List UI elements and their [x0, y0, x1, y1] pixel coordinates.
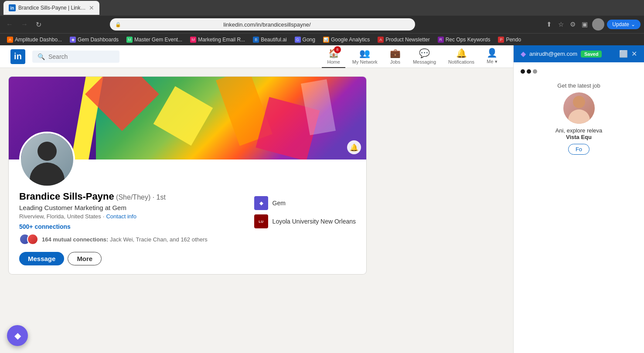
tab-close-button[interactable]: ✕	[89, 4, 94, 11]
browser-chrome: in Brandice Sills-Payne | LinkedIn ✕ ← →…	[0, 0, 644, 45]
update-button[interactable]: Update ⌄	[607, 20, 641, 29]
bookmark-gong[interactable]: G Gong	[291, 36, 319, 44]
search-icon: 🔍	[37, 53, 45, 60]
nav-network[interactable]: 👥 My Network	[347, 45, 383, 68]
gem-company-name: Vista Equ	[524, 134, 634, 140]
gem-panel-body: Get the latest job Ani, explore releva V…	[514, 62, 644, 353]
tab-bar: in Brandice Sills-Payne | LinkedIn ✕	[0, 0, 644, 16]
gem-widget-button[interactable]: ◆	[7, 325, 28, 346]
update-chevron: ⌄	[631, 21, 635, 27]
linkedin-header: in 🔍 🏠 8 Home 👥 My Network	[0, 45, 513, 68]
nav-me[interactable]: 👤 Me ▾	[481, 45, 503, 68]
bookmark-recops[interactable]: R Rec Ops Keywords	[434, 36, 494, 44]
dot-3	[533, 69, 537, 74]
gem-dashboards-label: Gem Dashboards	[78, 37, 119, 43]
product-label: Product Newsletter	[385, 37, 429, 43]
more-button[interactable]: More	[68, 252, 102, 265]
nav-messaging[interactable]: 💬 Messaging	[408, 45, 441, 68]
profile-content: 🔔	[0, 68, 513, 283]
amplitude-label: Amplitude Dashbo...	[15, 37, 62, 43]
avatar-image	[21, 133, 73, 186]
widget-diamond-icon: ◆	[14, 330, 21, 341]
nav-messaging-label: Messaging	[413, 59, 436, 64]
notifications-icon: 🔔	[456, 48, 467, 58]
analytics-label: Google Analytics	[331, 37, 370, 43]
network-icon: 👥	[359, 48, 370, 58]
company-gem: ◆ Gem	[254, 196, 356, 210]
pendo-label: Pendo	[506, 37, 521, 43]
cover-shape-1	[85, 77, 159, 131]
url-text: linkedin.com/in/brandicesillspayne/	[124, 21, 410, 28]
main-nav: 🏠 8 Home 👥 My Network 💼 Jobs 💬 Messaging	[322, 45, 503, 68]
contact-info-link[interactable]: Contact info	[106, 213, 136, 220]
avatar	[19, 132, 75, 187]
nav-home[interactable]: 🏠 8 Home	[322, 45, 345, 68]
gem-close-icon[interactable]: ✕	[631, 50, 637, 58]
bookmark-gem-dashboards[interactable]: ◆ Gem Dashboards	[66, 36, 122, 44]
profile-left-info: Brandice Sills-Payne (She/They) · 1st Le…	[19, 187, 254, 265]
bookmark-master[interactable]: M Master Gem Event...	[123, 36, 186, 44]
sidebar-button[interactable]: ▣	[580, 19, 589, 30]
profile-card: 🔔	[9, 77, 366, 274]
browser-actions: ⬆ ☆ ⚙ ▣ Update ⌄	[545, 18, 641, 31]
nav-jobs-label: Jobs	[390, 59, 400, 64]
nav-notifications[interactable]: 🔔 Notifications	[443, 45, 480, 68]
profile-headline: Leading Customer Marketing at Gem	[19, 204, 254, 211]
screenshot-button[interactable]: ⬆	[545, 19, 554, 30]
gem-dots-indicator	[521, 69, 637, 74]
browser-profile[interactable]	[592, 18, 604, 31]
star-button[interactable]: ☆	[556, 19, 566, 30]
nav-jobs[interactable]: 💼 Jobs	[385, 45, 406, 68]
back-button[interactable]: ←	[3, 19, 16, 30]
beautiful-label: Beautiful.ai	[261, 37, 286, 43]
master-favicon: M	[126, 37, 133, 43]
browser-controls: ← → ↻ 🔒 linkedin.com/in/brandicesillspay…	[0, 16, 644, 33]
messaging-icon: 💬	[419, 48, 430, 58]
gem-company-name: Gem	[273, 200, 286, 207]
nav-network-label: My Network	[352, 59, 378, 64]
gem-panel-header: ◆ anirudh@gem.com Saved ⬜ ✕	[514, 45, 644, 62]
address-bar[interactable]: 🔒 linkedin.com/in/brandicesillspayne/	[110, 18, 415, 31]
location-separator: ·	[103, 213, 105, 220]
dot-2	[527, 69, 531, 74]
loyola-company-logo: LU	[254, 214, 268, 228]
master-label: Master Gem Event...	[134, 37, 182, 43]
lock-icon: 🔒	[115, 22, 121, 27]
profile-name-group: Brandice Sills-Payne (She/They) · 1st	[19, 191, 166, 202]
recops-label: Rec Ops Keywords	[446, 37, 491, 43]
connections-link[interactable]: 500+ connections	[19, 223, 254, 230]
profile-location: Riverview, Florida, United States · Cont…	[19, 213, 254, 220]
bookmark-marketing[interactable]: M Marketing Email R...	[187, 36, 249, 44]
profile-actions: Message More	[19, 252, 254, 265]
bookmark-pendo[interactable]: P Pendo	[494, 36, 525, 44]
search-bar[interactable]: 🔍	[32, 51, 119, 63]
bookmark-product[interactable]: A Product Newsletter	[374, 36, 433, 44]
bookmark-beautiful[interactable]: B Beautiful.ai	[249, 36, 290, 44]
bookmark-amplitude[interactable]: A Amplitude Dashbo...	[3, 36, 65, 44]
gem-panel: ◆ anirudh@gem.com Saved ⬜ ✕ Get the late…	[513, 45, 644, 353]
gem-company-logo: ◆	[254, 196, 268, 210]
bookmark-analytics[interactable]: 📊 Google Analytics	[320, 36, 373, 44]
jobs-icon: 💼	[390, 48, 401, 58]
profile-name-row: Brandice Sills-Payne (She/They) · 1st	[19, 191, 254, 202]
home-icon: 🏠 8	[328, 48, 339, 58]
gem-expand-icon[interactable]: ⬜	[619, 50, 628, 58]
message-button[interactable]: Message	[19, 252, 64, 265]
refresh-button[interactable]: ↻	[33, 19, 44, 31]
mutual-avatars	[19, 234, 38, 245]
nav-notifications-label: Notifications	[448, 59, 474, 64]
extensions-button[interactable]: ⚙	[568, 19, 577, 30]
mutual-count: 164 mutual connections:	[42, 236, 108, 243]
active-tab[interactable]: in Brandice Sills-Payne | LinkedIn ✕	[3, 1, 99, 15]
search-input[interactable]	[48, 53, 109, 60]
recops-favicon: R	[438, 37, 444, 43]
gong-label: Gong	[303, 37, 315, 43]
beautiful-favicon: B	[253, 37, 259, 43]
gem-follow-button[interactable]: Fo	[568, 144, 589, 155]
nav-me-label: Me ▾	[487, 59, 497, 64]
forward-button[interactable]: →	[18, 19, 31, 30]
linkedin-main: in 🔍 🏠 8 Home 👥 My Network	[0, 45, 513, 353]
gem-explore-text: Ani, explore releva	[524, 127, 634, 134]
marketing-label: Marketing Email R...	[198, 37, 245, 43]
amplitude-favicon: A	[7, 37, 13, 43]
